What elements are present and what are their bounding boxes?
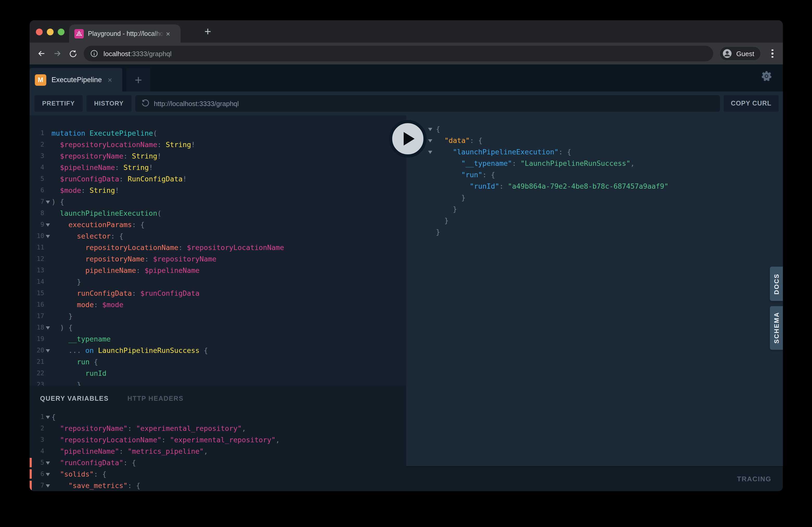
browser-tab[interactable]: Playground - http://localhost:33 × (69, 25, 180, 43)
line-number: 6 (30, 184, 44, 196)
line-number: 16 (30, 299, 44, 310)
response-code-line: "runId": "a49b864a-79e2-4be8-b78c-687457… (406, 180, 783, 192)
execute-query-button[interactable] (389, 120, 426, 157)
query-code-line[interactable]: 13 pipelineName: $pipelineName (30, 265, 406, 276)
minimize-window-button[interactable] (47, 29, 54, 35)
line-number: 8 (30, 207, 44, 219)
forward-icon[interactable] (49, 46, 65, 61)
line-number: 1 (30, 411, 44, 423)
fold-arrow-icon[interactable] (46, 235, 50, 238)
line-number: 1 (30, 127, 44, 139)
query-code-line[interactable]: 20 ... on LaunchPipelineRunSuccess { (30, 345, 406, 356)
fold-arrow-icon[interactable] (46, 416, 50, 419)
fold-arrow-icon[interactable] (46, 484, 50, 487)
query-code-line[interactable]: 11 repositoryLocationName: $repositoryLo… (30, 242, 406, 253)
line-number: 7 (30, 480, 44, 491)
line-number: 20 (30, 345, 44, 356)
docs-side-tab[interactable]: DOCS (770, 267, 783, 301)
close-window-button[interactable] (36, 29, 43, 35)
response-code-line: } (406, 215, 783, 226)
query-code-line[interactable]: 16 mode: $mode (30, 299, 406, 310)
query-editor[interactable]: 1mutation ExecutePipeline(2 $repositoryL… (30, 115, 406, 386)
graphql-favicon-icon (74, 29, 84, 38)
schema-side-tab[interactable]: SCHEMA (770, 306, 783, 350)
query-code-line[interactable]: 17 } (30, 310, 406, 322)
address-bar-url: localhost:3333/graphql (103, 50, 172, 57)
line-number: 13 (30, 265, 44, 276)
back-icon[interactable] (34, 46, 49, 61)
new-tab-button[interactable]: + (204, 25, 211, 39)
query-code-line[interactable]: 3 $repositoryName: String! (30, 150, 406, 162)
address-bar[interactable]: localhost:3333/graphql (84, 46, 713, 61)
query-code-line[interactable]: 10 selector: { (30, 230, 406, 242)
variables-code-line[interactable]: 1{ (30, 411, 406, 423)
variables-code-line[interactable]: 3 "repositoryLocationName": "experimenta… (30, 434, 406, 446)
line-number: 17 (30, 310, 44, 322)
response-code-line: } (406, 192, 783, 203)
session-tab-close-icon[interactable]: × (108, 75, 112, 84)
browser-menu-icon[interactable] (767, 48, 778, 59)
query-code-line[interactable]: 5 $runConfigData: RunConfigData! (30, 173, 406, 184)
fold-arrow-icon[interactable] (46, 473, 50, 476)
fold-arrow-icon[interactable] (46, 201, 50, 204)
variables-code-line[interactable]: 5 "runConfigData": { (30, 457, 406, 468)
fold-arrow-icon[interactable] (46, 224, 50, 227)
fold-arrow-icon[interactable] (428, 151, 432, 154)
settings-gear-icon[interactable] (760, 70, 772, 82)
query-code-line[interactable]: 21 run { (30, 356, 406, 367)
query-code-line[interactable]: 7) { (30, 196, 406, 207)
query-code-line[interactable]: 22 runId (30, 367, 406, 379)
fold-arrow-icon[interactable] (428, 139, 432, 142)
variables-code-line[interactable]: 6 "solids": { (30, 468, 406, 480)
query-code-line[interactable]: 4 $pipelineName: String! (30, 162, 406, 173)
line-number: 5 (30, 173, 44, 184)
tab-title-fade (153, 29, 164, 38)
zoom-window-button[interactable] (58, 29, 64, 35)
prettify-button[interactable]: PRETTIFY (34, 95, 83, 112)
query-code-line[interactable]: 9 executionParams: { (30, 219, 406, 230)
tracing-bar[interactable]: TRACING (406, 466, 783, 491)
query-code-line[interactable]: 6 $mode: String! (30, 184, 406, 196)
site-info-icon[interactable] (90, 49, 98, 58)
variables-code-line[interactable]: 2 "repositoryName": "experimental_reposi… (30, 423, 406, 434)
query-code-line[interactable]: 18 ) { (30, 322, 406, 333)
endpoint-history-icon[interactable] (141, 99, 149, 108)
playground-toolbar: PRETTIFY HISTORY http://localhost:3333/g… (30, 91, 783, 115)
line-number: 21 (30, 356, 44, 367)
fold-arrow-icon[interactable] (46, 349, 50, 352)
variables-code-line[interactable]: 7 "save_metrics": { (30, 480, 406, 491)
fold-arrow-icon[interactable] (46, 326, 50, 330)
line-number: 2 (30, 139, 44, 150)
tracing-label: TRACING (737, 475, 771, 483)
query-code-line[interactable]: 1mutation ExecutePipeline( (30, 127, 406, 139)
query-code-line[interactable]: 14 } (30, 276, 406, 287)
query-code-line[interactable]: 19 __typename (30, 333, 406, 345)
query-code-line[interactable]: 2 $repositoryLocationName: String! (30, 139, 406, 150)
line-number: 15 (30, 287, 44, 299)
endpoint-url: http://localhost:3333/graphql (154, 100, 239, 107)
reload-icon[interactable] (65, 46, 81, 61)
query-code-line[interactable]: 12 repositoryName: $repositoryName (30, 253, 406, 265)
query-code-line[interactable]: 8 launchPipelineExecution( (30, 207, 406, 219)
copy-curl-button[interactable]: COPY CURL (724, 95, 779, 112)
line-number: 22 (30, 367, 44, 379)
fold-arrow-icon[interactable] (428, 128, 432, 131)
tab-close-icon[interactable]: × (166, 30, 170, 37)
fold-arrow-icon[interactable] (46, 462, 50, 465)
profile-button[interactable]: Guest (720, 46, 761, 61)
chrome-toolbar: localhost:3333/graphql Guest (30, 43, 783, 64)
variables-editor[interactable]: 1{2 "repositoryName": "experimental_repo… (30, 411, 406, 491)
history-button[interactable]: HISTORY (86, 95, 132, 112)
tab-query-variables[interactable]: QUERY VARIABLES (40, 395, 109, 402)
line-number: 18 (30, 322, 44, 333)
new-session-tab-button[interactable]: + (126, 68, 150, 91)
query-code-line[interactable]: 15 runConfigData: $runConfigData (30, 287, 406, 299)
tab-http-headers[interactable]: HTTP HEADERS (128, 395, 184, 402)
response-viewer: { "data": { "launchPipelineExecution": {… (406, 115, 783, 466)
variables-code-line[interactable]: 4 "pipelineName": "metrics_pipeline", (30, 446, 406, 457)
line-number: 7 (30, 196, 44, 207)
browser-window: Playground - http://localhost:33 × + (30, 20, 783, 491)
session-tab-executepipeline[interactable]: M ExecutePipeline × (30, 68, 122, 91)
query-code-line[interactable]: 23 } (30, 379, 406, 386)
endpoint-input[interactable]: http://localhost:3333/graphql (135, 95, 720, 112)
